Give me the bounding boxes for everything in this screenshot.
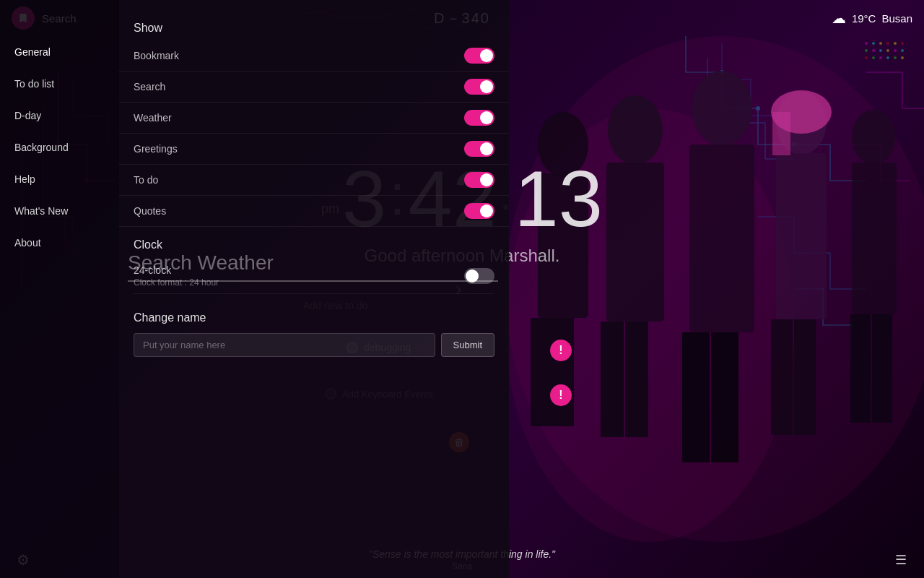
svg-rect-44 xyxy=(852,163,897,314)
settings-row-search: Search xyxy=(119,72,509,103)
svg-point-31 xyxy=(608,95,663,165)
svg-rect-30 xyxy=(552,318,574,426)
settings-row-quotes: Quotes xyxy=(119,196,509,227)
settings-weather-label: Weather xyxy=(134,112,172,124)
svg-rect-37 xyxy=(682,332,710,462)
svg-rect-41 xyxy=(771,319,793,435)
svg-rect-48 xyxy=(772,112,790,155)
sidebar-item-help[interactable]: Help xyxy=(0,163,119,195)
todo-error-button-2[interactable]: ! xyxy=(550,384,572,406)
settings-row-todo: To do xyxy=(119,165,509,196)
sidebar-item-general[interactable]: General xyxy=(0,36,119,68)
weather-icon: ☁ xyxy=(832,9,846,27)
svg-rect-46 xyxy=(872,314,892,423)
sidebar-item-background[interactable]: Background xyxy=(0,131,119,163)
sidebar: General To do list D-day Background Help… xyxy=(0,0,119,578)
settings-bookmark-toggle[interactable] xyxy=(464,48,494,64)
settings-search-toggle[interactable] xyxy=(464,79,494,95)
people-area xyxy=(491,0,924,542)
change-name-section: Change name Submit xyxy=(119,300,509,368)
svg-rect-29 xyxy=(531,318,552,426)
search-weather-area[interactable] xyxy=(128,246,498,282)
settings-panel: Show Bookmark Search Weather xyxy=(119,0,509,578)
svg-rect-40 xyxy=(776,153,827,319)
settings-search-label: Search xyxy=(134,81,165,92)
settings-greetings-label: Greetings xyxy=(134,143,178,155)
search-weather-input[interactable] xyxy=(128,246,498,282)
svg-rect-33 xyxy=(601,322,624,437)
settings-row-bookmark: Bookmark xyxy=(119,40,509,72)
settings-greetings-toggle[interactable] xyxy=(464,141,494,157)
list-button[interactable]: ☰ xyxy=(889,548,912,571)
svg-point-35 xyxy=(692,71,752,146)
sidebar-item-todo[interactable]: To do list xyxy=(0,68,119,100)
weather-city: Busan xyxy=(881,12,912,25)
weather-temp: 19°C xyxy=(852,12,876,25)
settings-bookmark-label: Bookmark xyxy=(134,50,179,61)
settings-row-greetings: Greetings xyxy=(119,134,509,165)
submit-button[interactable]: Submit xyxy=(441,333,494,357)
svg-rect-32 xyxy=(606,163,664,322)
sidebar-item-about[interactable]: About xyxy=(0,227,119,259)
name-input[interactable] xyxy=(134,333,435,357)
svg-rect-34 xyxy=(625,322,648,437)
sidebar-item-whatsnew[interactable]: What's New xyxy=(0,195,119,227)
app: Search D－340 ☁ 19°C Busan pm 3 : 42 . 13… xyxy=(0,0,924,578)
settings-todo-label: To do xyxy=(134,174,158,186)
settings-todo-toggle[interactable] xyxy=(464,172,494,188)
settings-quotes-toggle[interactable] xyxy=(464,203,494,219)
sidebar-item-dday[interactable]: D-day xyxy=(0,100,119,131)
svg-rect-38 xyxy=(711,332,738,462)
svg-point-43 xyxy=(852,110,895,165)
svg-rect-45 xyxy=(850,314,871,423)
clock-seconds: 13 xyxy=(515,159,603,238)
svg-rect-42 xyxy=(794,319,816,435)
change-name-title: Change name xyxy=(134,311,494,324)
show-section-title: Show xyxy=(119,14,509,40)
weather-display: ☁ 19°C Busan xyxy=(832,9,912,27)
settings-weather-toggle[interactable] xyxy=(464,110,494,126)
name-input-row: Submit xyxy=(134,333,494,357)
todo-error-button-1[interactable]: ! xyxy=(550,340,572,361)
settings-quotes-label: Quotes xyxy=(134,205,166,217)
svg-rect-36 xyxy=(689,144,754,332)
settings-row-weather: Weather xyxy=(119,103,509,134)
